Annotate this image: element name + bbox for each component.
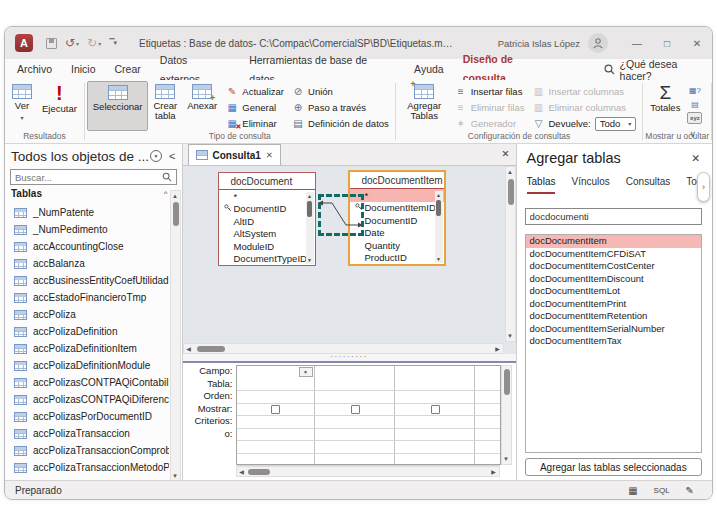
nav-item[interactable]: accPoliza: [5, 306, 169, 323]
field-row[interactable]: AltSystem: [219, 228, 315, 241]
tab-archivo[interactable]: Archivo: [17, 60, 52, 79]
nav-menu-dropdown-icon[interactable]: ▼: [150, 150, 162, 162]
nav-item[interactable]: accPolizasPorDocumentID: [5, 408, 169, 425]
table-names-button[interactable]: xyz: [687, 112, 702, 124]
nav-item[interactable]: accPolizaTransaccionMetodoPago: [5, 459, 169, 476]
general-button[interactable]: ▦ General: [224, 100, 286, 115]
parameters-button[interactable]: ▦?: [687, 84, 702, 96]
ver-dropdown-icon[interactable]: ▾: [20, 113, 23, 123]
nav-item[interactable]: accPolizaTransaccion: [5, 425, 169, 442]
list-item[interactable]: docDocumentItemSerialNumber: [526, 323, 701, 336]
pane-splitter[interactable]: ·········: [183, 354, 516, 363]
agregar-tablas-button[interactable]: + Agregar Tablas: [398, 81, 451, 131]
nav-item[interactable]: accPolizaDefinitionItem: [5, 340, 169, 357]
list-item[interactable]: docDocumentItemRetention: [526, 310, 701, 323]
field-row[interactable]: DocumentTypeID: [219, 253, 315, 266]
minimize-button[interactable]: —: [622, 27, 652, 59]
scrollbar-thumb[interactable]: [307, 201, 312, 217]
scroll-up-icon[interactable]: ▲: [306, 192, 314, 200]
actualizar-button[interactable]: ✎ Actualizar: [224, 84, 286, 99]
show-checkbox[interactable]: [431, 405, 440, 414]
nav-scrollbar[interactable]: ▲ ▼: [170, 190, 181, 482]
design-vertical-scrollbar[interactable]: ▲ ▼: [505, 166, 516, 342]
grid-horizontal-scrollbar[interactable]: ◀ ▶: [236, 466, 500, 477]
maximize-button[interactable]: □: [652, 27, 682, 59]
scrollbar-thumb[interactable]: [197, 346, 225, 352]
field-row[interactable]: AltID: [219, 215, 315, 228]
insertar-filas-button[interactable]: ≡ Insertar filas: [453, 84, 527, 99]
grid-table[interactable]: ▼: [236, 365, 501, 465]
tab-vinculos[interactable]: Vínculos: [571, 176, 609, 194]
scrollbar-thumb[interactable]: [248, 469, 270, 475]
devuelve-select[interactable]: Todo ▾: [595, 117, 637, 131]
access-app-icon[interactable]: A: [15, 34, 33, 52]
nav-item[interactable]: accPolizasCONTPAQiContabilidad: [5, 374, 169, 391]
add-tables-search-input[interactable]: [525, 208, 702, 225]
crear-tabla-button[interactable]: Crear tabla: [148, 81, 182, 131]
ver-button[interactable]: Ver ▾: [7, 81, 37, 131]
tab-ayuda[interactable]: Ayuda: [414, 60, 444, 79]
nav-item[interactable]: accPolizaDefinitionModule: [5, 357, 169, 374]
scroll-up-icon[interactable]: ▲: [171, 191, 180, 201]
seleccionar-button[interactable]: Seleccionar: [87, 81, 149, 131]
redo-dropdown-icon[interactable]: ▾: [98, 40, 101, 47]
datasheet-view-button[interactable]: ▦: [628, 485, 637, 496]
nav-item[interactable]: _NumPedimento: [5, 221, 169, 238]
navigation-pane-title[interactable]: Todos los objetos de ...: [11, 149, 150, 164]
scroll-left-icon[interactable]: ◀: [237, 467, 247, 476]
nav-item[interactable]: accPolizasCONTPAQiDiferencias: [5, 391, 169, 408]
list-item[interactable]: docDocumentItemDiscount: [526, 273, 701, 286]
list-item-selected[interactable]: docDocumentItem: [526, 235, 701, 248]
card-scrollbar[interactable]: ▲ ▼: [435, 191, 443, 263]
scroll-down-icon[interactable]: ▼: [506, 331, 515, 341]
field-row[interactable]: Quantity: [350, 239, 444, 252]
ejecutar-button[interactable]: ! Ejecutar: [37, 81, 82, 131]
collapse-ribbon-icon[interactable]: ∨: [689, 129, 696, 139]
nav-collapse-icon[interactable]: <: [169, 150, 175, 162]
scroll-down-icon[interactable]: ▼: [502, 454, 511, 464]
add-selected-tables-button[interactable]: Agregar las tablas seleccionadas: [525, 458, 702, 476]
list-item[interactable]: docDocumentItemPrint: [526, 298, 701, 311]
list-item[interactable]: docDocumentItemTax: [526, 335, 701, 348]
tab-crear[interactable]: Crear: [115, 60, 141, 79]
anexar-button[interactable]: + Anexar: [182, 81, 222, 131]
scroll-right-icon[interactable]: ▶: [489, 467, 499, 476]
nav-item[interactable]: accEstadoFinancieroTmp: [5, 289, 169, 306]
section-collapse-icon[interactable]: ^: [164, 189, 168, 198]
scrollbar-thumb[interactable]: [508, 179, 514, 205]
eliminar-columnas-button[interactable]: ▥ Eliminar columnas: [531, 100, 639, 115]
undo-button[interactable]: ↺▾: [62, 36, 82, 50]
design-surface[interactable]: docDocument * DocumentID AltID AltSystem…: [183, 166, 516, 354]
tab-close-icon[interactable]: ✕: [266, 150, 273, 160]
nav-item[interactable]: _NumPatente: [5, 204, 169, 221]
tabs-overflow-button[interactable]: ›: [697, 172, 710, 202]
nav-item[interactable]: accBusinessEntityCoefUtilidad: [5, 272, 169, 289]
tab-inicio[interactable]: Inicio: [71, 60, 96, 79]
query-tab[interactable]: Consulta1 ✕: [188, 144, 281, 165]
eliminar-filas-button[interactable]: ≡ Eliminar filas: [453, 100, 527, 115]
tell-me-search[interactable]: ¿Qué desea hacer?: [604, 58, 712, 82]
table-card-title[interactable]: docDocumentItem: [350, 172, 444, 189]
definicion-de-datos-button[interactable]: ▤ Definición de datos: [290, 116, 391, 131]
close-document-icon[interactable]: ✕: [502, 148, 510, 159]
list-item[interactable]: docDocumentItemCostCenter: [526, 260, 701, 273]
nav-search-input[interactable]: [15, 172, 162, 183]
scrollbar-thumb[interactable]: [504, 369, 510, 395]
list-item[interactable]: docDocumentItemCFDiSAT: [526, 248, 701, 261]
totales-button[interactable]: Σ Totales: [645, 81, 685, 131]
show-checkbox[interactable]: [271, 405, 280, 414]
close-pane-icon[interactable]: ✕: [691, 152, 700, 164]
scroll-down-icon[interactable]: ▼: [306, 256, 314, 264]
grid-vertical-scrollbar[interactable]: ▼: [501, 365, 512, 465]
design-view-button[interactable]: ✎: [686, 485, 694, 496]
table-card-docdocument[interactable]: docDocument * DocumentID AltID AltSystem…: [218, 172, 316, 266]
customize-quick-access-button[interactable]: ▔▾: [106, 39, 119, 47]
union-button[interactable]: ⊘ Unión: [290, 84, 391, 99]
nav-item[interactable]: accPolizaTransaccionComprobante: [5, 442, 169, 459]
sql-view-button[interactable]: SQL: [654, 486, 670, 495]
user-avatar[interactable]: [588, 33, 608, 53]
nav-section-tablas[interactable]: Tablas ^: [5, 185, 182, 202]
save-button[interactable]: [43, 38, 60, 49]
table-card-title[interactable]: docDocument: [219, 173, 315, 190]
field-row[interactable]: *: [219, 190, 315, 203]
